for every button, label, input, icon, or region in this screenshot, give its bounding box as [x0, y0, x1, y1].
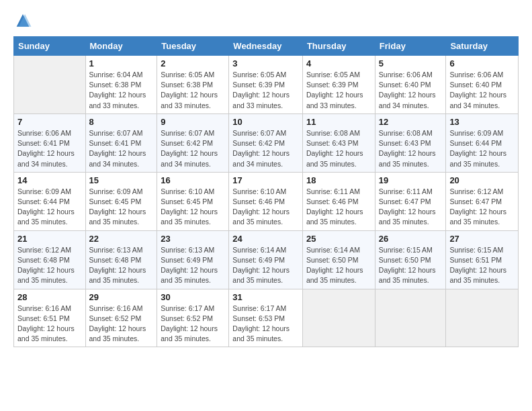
day-info: Sunrise: 6:06 AM Sunset: 6:40 PM Dayligh… [379, 70, 443, 111]
calendar-cell [14, 56, 86, 114]
calendar-header-tuesday: Tuesday [157, 37, 229, 56]
day-info: Sunrise: 6:11 AM Sunset: 6:46 PM Dayligh… [306, 187, 371, 228]
calendar-cell: 26Sunrise: 6:15 AM Sunset: 6:50 PM Dayli… [375, 230, 446, 289]
calendar-cell: 11Sunrise: 6:08 AM Sunset: 6:43 PM Dayli… [302, 113, 375, 172]
day-number: 1 [89, 58, 154, 68]
calendar-header-thursday: Thursday [302, 37, 375, 56]
day-info: Sunrise: 6:05 AM Sunset: 6:38 PM Dayligh… [161, 70, 225, 111]
calendar-table: SundayMondayTuesdayWednesdayThursdayFrid… [13, 36, 519, 347]
day-info: Sunrise: 6:14 AM Sunset: 6:50 PM Dayligh… [306, 245, 371, 286]
day-number: 3 [232, 58, 299, 68]
calendar-cell: 28Sunrise: 6:16 AM Sunset: 6:51 PM Dayli… [14, 289, 86, 347]
day-number: 27 [449, 234, 515, 244]
day-number: 24 [232, 234, 299, 244]
calendar-cell: 10Sunrise: 6:07 AM Sunset: 6:42 PM Dayli… [229, 113, 303, 172]
calendar-week-row: 7Sunrise: 6:06 AM Sunset: 6:41 PM Daylig… [14, 113, 519, 172]
logo [13, 12, 35, 31]
day-number: 16 [161, 175, 225, 185]
day-info: Sunrise: 6:05 AM Sunset: 6:39 PM Dayligh… [232, 70, 299, 111]
day-info: Sunrise: 6:08 AM Sunset: 6:43 PM Dayligh… [379, 128, 443, 169]
day-number: 22 [89, 234, 154, 244]
day-info: Sunrise: 6:06 AM Sunset: 6:40 PM Dayligh… [449, 70, 515, 111]
calendar-cell: 29Sunrise: 6:16 AM Sunset: 6:52 PM Dayli… [85, 289, 157, 347]
day-info: Sunrise: 6:15 AM Sunset: 6:50 PM Dayligh… [379, 245, 443, 286]
calendar-header-wednesday: Wednesday [229, 37, 303, 56]
calendar-cell [375, 289, 446, 347]
calendar-cell: 21Sunrise: 6:12 AM Sunset: 6:48 PM Dayli… [14, 230, 86, 289]
calendar-header-friday: Friday [375, 37, 446, 56]
calendar-cell: 16Sunrise: 6:10 AM Sunset: 6:45 PM Dayli… [157, 172, 229, 230]
day-number: 18 [306, 175, 371, 185]
calendar-week-row: 28Sunrise: 6:16 AM Sunset: 6:51 PM Dayli… [14, 289, 519, 347]
day-info: Sunrise: 6:05 AM Sunset: 6:39 PM Dayligh… [306, 70, 371, 111]
calendar-cell [302, 289, 375, 347]
day-number: 5 [379, 58, 443, 68]
day-info: Sunrise: 6:13 AM Sunset: 6:49 PM Dayligh… [161, 245, 225, 286]
day-info: Sunrise: 6:13 AM Sunset: 6:48 PM Dayligh… [89, 245, 154, 286]
day-number: 20 [449, 175, 515, 185]
calendar-header-monday: Monday [85, 37, 157, 56]
calendar-week-row: 14Sunrise: 6:09 AM Sunset: 6:44 PM Dayli… [14, 172, 519, 230]
calendar-header-saturday: Saturday [446, 37, 519, 56]
day-info: Sunrise: 6:07 AM Sunset: 6:41 PM Dayligh… [89, 128, 154, 169]
day-number: 17 [232, 175, 299, 185]
logo-icon [13, 12, 32, 31]
day-number: 11 [306, 117, 371, 127]
calendar-cell: 1Sunrise: 6:04 AM Sunset: 6:38 PM Daylig… [85, 56, 157, 114]
calendar-cell: 22Sunrise: 6:13 AM Sunset: 6:48 PM Dayli… [85, 230, 157, 289]
calendar-header-sunday: Sunday [14, 37, 86, 56]
day-info: Sunrise: 6:09 AM Sunset: 6:44 PM Dayligh… [17, 187, 82, 228]
calendar-cell: 7Sunrise: 6:06 AM Sunset: 6:41 PM Daylig… [14, 113, 86, 172]
day-info: Sunrise: 6:09 AM Sunset: 6:44 PM Dayligh… [449, 128, 515, 169]
day-info: Sunrise: 6:07 AM Sunset: 6:42 PM Dayligh… [232, 128, 299, 169]
calendar-cell: 14Sunrise: 6:09 AM Sunset: 6:44 PM Dayli… [14, 172, 86, 230]
day-info: Sunrise: 6:16 AM Sunset: 6:51 PM Dayligh… [17, 304, 82, 345]
day-info: Sunrise: 6:07 AM Sunset: 6:42 PM Dayligh… [161, 128, 225, 169]
day-info: Sunrise: 6:08 AM Sunset: 6:43 PM Dayligh… [306, 128, 371, 169]
calendar-cell: 2Sunrise: 6:05 AM Sunset: 6:38 PM Daylig… [157, 56, 229, 114]
day-number: 13 [449, 117, 515, 127]
calendar-cell: 18Sunrise: 6:11 AM Sunset: 6:46 PM Dayli… [302, 172, 375, 230]
calendar-cell: 12Sunrise: 6:08 AM Sunset: 6:43 PM Dayli… [375, 113, 446, 172]
day-number: 7 [17, 117, 82, 127]
header [13, 12, 519, 31]
day-number: 10 [232, 117, 299, 127]
day-number: 12 [379, 117, 443, 127]
day-info: Sunrise: 6:10 AM Sunset: 6:45 PM Dayligh… [161, 187, 225, 228]
day-number: 21 [17, 234, 82, 244]
calendar-cell: 8Sunrise: 6:07 AM Sunset: 6:41 PM Daylig… [85, 113, 157, 172]
day-info: Sunrise: 6:11 AM Sunset: 6:47 PM Dayligh… [379, 187, 443, 228]
calendar-cell: 30Sunrise: 6:17 AM Sunset: 6:52 PM Dayli… [157, 289, 229, 347]
calendar-cell: 19Sunrise: 6:11 AM Sunset: 6:47 PM Dayli… [375, 172, 446, 230]
calendar-cell: 25Sunrise: 6:14 AM Sunset: 6:50 PM Dayli… [302, 230, 375, 289]
day-number: 15 [89, 175, 154, 185]
day-number: 25 [306, 234, 371, 244]
calendar-cell: 17Sunrise: 6:10 AM Sunset: 6:46 PM Dayli… [229, 172, 303, 230]
day-number: 2 [161, 58, 225, 68]
calendar-week-row: 1Sunrise: 6:04 AM Sunset: 6:38 PM Daylig… [14, 56, 519, 114]
calendar-cell: 24Sunrise: 6:14 AM Sunset: 6:49 PM Dayli… [229, 230, 303, 289]
day-info: Sunrise: 6:14 AM Sunset: 6:49 PM Dayligh… [232, 245, 299, 286]
day-info: Sunrise: 6:06 AM Sunset: 6:41 PM Dayligh… [17, 128, 82, 169]
calendar-cell: 23Sunrise: 6:13 AM Sunset: 6:49 PM Dayli… [157, 230, 229, 289]
day-number: 30 [161, 292, 225, 302]
day-info: Sunrise: 6:16 AM Sunset: 6:52 PM Dayligh… [89, 304, 154, 345]
day-number: 26 [379, 234, 443, 244]
calendar-cell: 20Sunrise: 6:12 AM Sunset: 6:47 PM Dayli… [446, 172, 519, 230]
day-number: 31 [232, 292, 299, 302]
calendar-header-row: SundayMondayTuesdayWednesdayThursdayFrid… [14, 37, 519, 56]
day-number: 6 [449, 58, 515, 68]
day-info: Sunrise: 6:10 AM Sunset: 6:46 PM Dayligh… [232, 187, 299, 228]
calendar-cell: 6Sunrise: 6:06 AM Sunset: 6:40 PM Daylig… [446, 56, 519, 114]
day-info: Sunrise: 6:17 AM Sunset: 6:53 PM Dayligh… [232, 304, 299, 345]
calendar-cell: 5Sunrise: 6:06 AM Sunset: 6:40 PM Daylig… [375, 56, 446, 114]
day-number: 29 [89, 292, 154, 302]
day-number: 14 [17, 175, 82, 185]
day-number: 4 [306, 58, 371, 68]
calendar-cell: 13Sunrise: 6:09 AM Sunset: 6:44 PM Dayli… [446, 113, 519, 172]
calendar-cell: 4Sunrise: 6:05 AM Sunset: 6:39 PM Daylig… [302, 56, 375, 114]
day-info: Sunrise: 6:15 AM Sunset: 6:51 PM Dayligh… [449, 245, 515, 286]
day-number: 8 [89, 117, 154, 127]
day-number: 9 [161, 117, 225, 127]
day-info: Sunrise: 6:04 AM Sunset: 6:38 PM Dayligh… [89, 70, 154, 111]
